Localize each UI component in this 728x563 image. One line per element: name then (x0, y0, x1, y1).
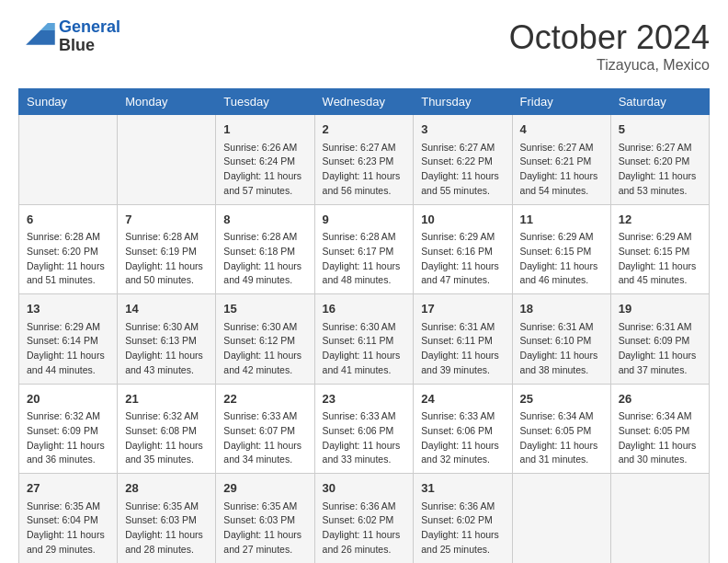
calendar-cell: 16Sunrise: 6:30 AMSunset: 6:11 PMDayligh… (314, 294, 414, 385)
cell-info: Sunset: 6:06 PM (323, 424, 406, 439)
calendar-cell: 13Sunrise: 6:29 AMSunset: 6:14 PMDayligh… (19, 294, 118, 385)
weekday-header: Saturday (610, 89, 709, 115)
day-number: 14 (125, 300, 208, 318)
cell-info: Sunrise: 6:36 AM (421, 500, 504, 514)
calendar-cell: 7Sunrise: 6:28 AMSunset: 6:19 PMDaylight… (118, 204, 216, 294)
cell-info: Sunset: 6:09 PM (619, 334, 701, 349)
day-number: 11 (520, 211, 603, 229)
cell-info: Sunrise: 6:30 AM (125, 320, 208, 335)
day-number: 27 (27, 479, 109, 498)
cell-info: Daylight: 11 hours and 55 minutes. (421, 169, 504, 199)
cell-info: Sunset: 6:15 PM (520, 245, 603, 259)
cell-info: Sunrise: 6:29 AM (421, 230, 504, 245)
calendar-cell: 22Sunrise: 6:33 AMSunset: 6:07 PMDayligh… (216, 384, 314, 474)
cell-info: Sunrise: 6:27 AM (619, 141, 701, 155)
weekday-header: Sunday (19, 89, 118, 115)
calendar-cell: 6Sunrise: 6:28 AMSunset: 6:20 PMDaylight… (19, 204, 118, 294)
cell-info: Sunrise: 6:32 AM (27, 409, 109, 424)
cell-info: Daylight: 11 hours and 37 minutes. (619, 349, 701, 378)
cell-info: Sunset: 6:18 PM (223, 245, 306, 259)
weekday-header: Friday (512, 89, 610, 115)
cell-info: Sunrise: 6:29 AM (520, 230, 603, 245)
cell-info: Daylight: 11 hours and 32 minutes. (421, 439, 504, 468)
day-number: 25 (520, 390, 603, 408)
cell-info: Sunset: 6:19 PM (125, 245, 208, 259)
cell-info: Sunset: 6:12 PM (223, 334, 306, 349)
cell-info: Daylight: 11 hours and 34 minutes. (223, 439, 306, 468)
cell-info: Daylight: 11 hours and 56 minutes. (323, 169, 406, 199)
cell-info: Daylight: 11 hours and 44 minutes. (27, 349, 109, 378)
cell-info: Daylight: 11 hours and 57 minutes. (223, 169, 306, 199)
cell-info: Sunset: 6:15 PM (619, 245, 701, 259)
cell-info: Daylight: 11 hours and 33 minutes. (323, 439, 406, 468)
day-number: 15 (223, 300, 306, 318)
cell-info: Sunset: 6:04 PM (27, 513, 109, 528)
calendar-cell: 30Sunrise: 6:36 AMSunset: 6:02 PMDayligh… (314, 474, 414, 564)
cell-info: Sunset: 6:22 PM (421, 155, 504, 169)
calendar-week-row: 13Sunrise: 6:29 AMSunset: 6:14 PMDayligh… (19, 294, 710, 385)
svg-marker-0 (26, 30, 55, 45)
calendar-cell: 17Sunrise: 6:31 AMSunset: 6:11 PMDayligh… (414, 294, 512, 385)
logo-text: General Blue (59, 18, 120, 55)
cell-info: Sunrise: 6:35 AM (27, 500, 109, 514)
day-number: 7 (125, 211, 208, 229)
day-number: 30 (323, 479, 406, 498)
cell-info: Daylight: 11 hours and 25 minutes. (421, 528, 504, 557)
calendar-cell: 12Sunrise: 6:29 AMSunset: 6:15 PMDayligh… (610, 204, 709, 294)
cell-info: Daylight: 11 hours and 39 minutes. (421, 349, 504, 378)
cell-info: Sunrise: 6:35 AM (223, 500, 306, 514)
cell-info: Daylight: 11 hours and 38 minutes. (520, 349, 603, 378)
calendar-cell: 10Sunrise: 6:29 AMSunset: 6:16 PMDayligh… (414, 204, 512, 294)
day-number: 9 (323, 211, 406, 229)
month-title: October 2024 (509, 18, 710, 57)
cell-info: Sunrise: 6:26 AM (223, 141, 306, 155)
day-number: 4 (520, 121, 603, 139)
calendar-week-row: 1Sunrise: 6:26 AMSunset: 6:24 PMDaylight… (19, 115, 710, 205)
calendar-cell: 28Sunrise: 6:35 AMSunset: 6:03 PMDayligh… (118, 474, 216, 564)
cell-info: Daylight: 11 hours and 35 minutes. (125, 439, 208, 468)
day-number: 6 (27, 211, 109, 229)
cell-info: Sunrise: 6:31 AM (619, 320, 701, 335)
cell-info: Daylight: 11 hours and 26 minutes. (323, 528, 406, 557)
cell-info: Daylight: 11 hours and 36 minutes. (27, 439, 109, 468)
calendar-cell: 3Sunrise: 6:27 AMSunset: 6:22 PMDaylight… (414, 115, 512, 205)
calendar-table: SundayMondayTuesdayWednesdayThursdayFrid… (18, 88, 710, 563)
day-number: 31 (421, 479, 504, 498)
day-number: 16 (323, 300, 406, 318)
day-number: 12 (619, 211, 701, 229)
cell-info: Sunset: 6:17 PM (323, 245, 406, 259)
cell-info: Sunrise: 6:34 AM (520, 409, 603, 424)
calendar-cell (19, 115, 118, 205)
weekday-header: Wednesday (314, 89, 414, 115)
cell-info: Sunset: 6:20 PM (619, 155, 701, 169)
calendar-week-row: 6Sunrise: 6:28 AMSunset: 6:20 PMDaylight… (19, 204, 710, 294)
cell-info: Daylight: 11 hours and 48 minutes. (323, 259, 406, 289)
cell-info: Daylight: 11 hours and 45 minutes. (619, 259, 701, 289)
calendar-week-row: 27Sunrise: 6:35 AMSunset: 6:04 PMDayligh… (19, 474, 710, 564)
day-number: 5 (619, 121, 701, 139)
calendar-cell: 8Sunrise: 6:28 AMSunset: 6:18 PMDaylight… (216, 204, 314, 294)
calendar-cell: 25Sunrise: 6:34 AMSunset: 6:05 PMDayligh… (512, 384, 610, 474)
cell-info: Sunset: 6:08 PM (125, 424, 208, 439)
cell-info: Sunrise: 6:31 AM (520, 320, 603, 335)
cell-info: Sunrise: 6:28 AM (323, 230, 406, 245)
cell-info: Sunrise: 6:28 AM (223, 230, 306, 245)
logo-icon (18, 23, 55, 51)
cell-info: Sunrise: 6:32 AM (125, 409, 208, 424)
cell-info: Sunset: 6:20 PM (27, 245, 109, 259)
svg-marker-1 (40, 23, 55, 30)
cell-info: Daylight: 11 hours and 47 minutes. (421, 259, 504, 289)
cell-info: Daylight: 11 hours and 28 minutes. (125, 528, 208, 557)
cell-info: Sunrise: 6:28 AM (27, 230, 109, 245)
calendar-cell: 18Sunrise: 6:31 AMSunset: 6:10 PMDayligh… (512, 294, 610, 385)
cell-info: Sunrise: 6:28 AM (125, 230, 208, 245)
cell-info: Sunset: 6:03 PM (223, 513, 306, 528)
calendar-cell: 27Sunrise: 6:35 AMSunset: 6:04 PMDayligh… (19, 474, 118, 564)
cell-info: Daylight: 11 hours and 54 minutes. (520, 169, 603, 199)
calendar-cell: 23Sunrise: 6:33 AMSunset: 6:06 PMDayligh… (314, 384, 414, 474)
day-number: 20 (27, 390, 109, 408)
cell-info: Sunset: 6:09 PM (27, 424, 109, 439)
weekday-header-row: SundayMondayTuesdayWednesdayThursdayFrid… (19, 89, 710, 115)
cell-info: Daylight: 11 hours and 29 minutes. (27, 528, 109, 557)
calendar-cell: 15Sunrise: 6:30 AMSunset: 6:12 PMDayligh… (216, 294, 314, 385)
